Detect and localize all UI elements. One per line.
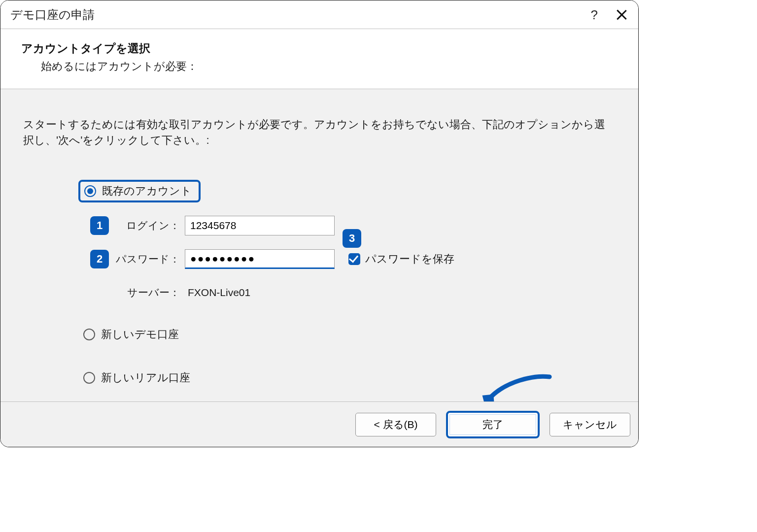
radio-new-demo[interactable]: 新しいデモ口座 [83,325,616,344]
header-title: アカウントタイプを選択 [21,41,618,56]
cancel-button-label: キャンセル [563,418,617,432]
server-label: サーバー： [116,286,180,299]
radio-new-real-label: 新しいリアル口座 [101,370,190,385]
titlebar: デモ口座の申請 ? [0,0,638,29]
radio-new-real[interactable]: 新しいリアル口座 [83,368,616,388]
server-row: サーバー： FXON-Live01 [90,281,616,304]
dialog-title: デモ口座の申請 [10,7,95,23]
login-input[interactable] [185,216,335,235]
radio-circle-icon [83,372,95,384]
login-label: ログイン： [116,219,180,233]
save-password-label: パスワードを保存 [365,252,454,266]
other-radios: 新しいデモ口座 新しいリアル口座 [78,325,616,399]
cancel-button[interactable]: キャンセル [550,413,630,436]
close-icon[interactable] [616,9,627,21]
demo-account-dialog: デモ口座の申請 ? アカウントタイプを選択 始めるにはアカウントが必要： スター… [0,0,639,447]
existing-account-form: 1 ログイン： 2 パスワード： 3 パスワードを保存 [78,214,616,304]
step-badge-2: 2 [90,250,109,268]
radio-existing-account[interactable]: 既存のアカウント [78,180,201,202]
header-section: アカウントタイプを選択 始めるにはアカウントが必要： [0,29,638,89]
back-button[interactable]: < 戻る(B) [355,413,436,436]
body-section: スタートするためには有効な取引アカウントが必要です。アカウントをお持ちでない場合… [0,89,638,399]
step-badge-3: 3 [343,229,361,248]
back-button-label: < 戻る(B) [374,418,417,432]
options-group: 既存のアカウント 1 ログイン： 2 パスワード： 3 [23,180,616,399]
finish-button[interactable]: 完了 [446,411,540,438]
instructions-text: スタートするためには有効な取引アカウントが必要です。アカウントをお持ちでない場合… [23,117,616,148]
radio-new-demo-label: 新しいデモ口座 [101,327,179,342]
server-value: FXON-Live01 [185,287,250,299]
save-password-checkbox[interactable] [348,253,360,265]
radio-dot-icon [84,185,96,197]
finish-button-label: 完了 [482,418,503,432]
radio-circle-icon [83,329,95,340]
password-label: パスワード： [116,252,180,266]
password-input[interactable] [185,249,335,269]
password-row: 2 パスワード： 3 パスワードを保存 [90,248,616,270]
dialog-footer: < 戻る(B) 完了 キャンセル [0,401,638,447]
radio-existing-label: 既存のアカウント [102,184,192,199]
help-icon[interactable]: ? [591,7,598,23]
step-badge-1: 1 [90,216,109,235]
save-password-group: 3 パスワードを保存 [348,252,454,266]
header-subtitle: 始めるにはアカウントが必要： [41,59,618,74]
